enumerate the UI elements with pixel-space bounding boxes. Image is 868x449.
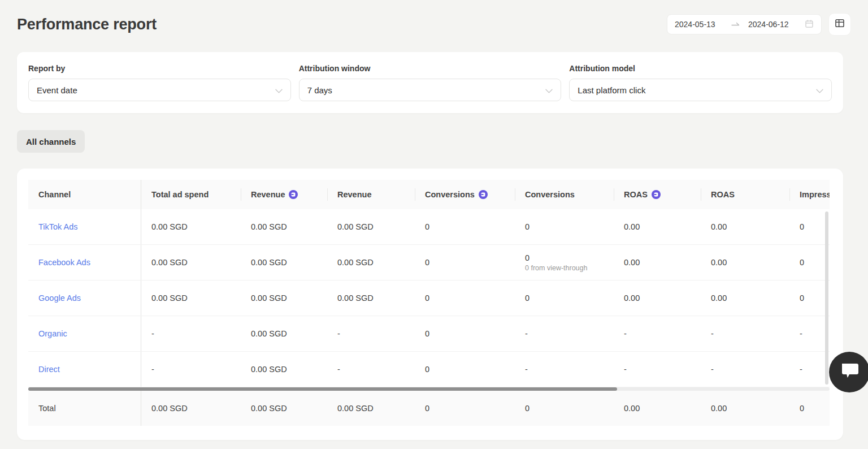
column-header-label: ROAS bbox=[711, 190, 735, 199]
horizontal-scrollbar-thumb[interactable] bbox=[28, 387, 617, 391]
channel-link-facebook-ads[interactable]: Facebook Ads bbox=[38, 258, 90, 267]
table-row-direct: Direct-0.00 SGD-0---- bbox=[28, 352, 830, 387]
attribution-model-badge-icon bbox=[652, 190, 661, 199]
value-cell: - bbox=[141, 365, 241, 374]
value-cell: 0 bbox=[415, 293, 515, 303]
chat-launcher-button[interactable] bbox=[829, 352, 868, 392]
date-end[interactable]: 2024-06-12 bbox=[748, 20, 797, 29]
total-row-clip: Total0.00 SGD0.00 SGD0.00 SGD000.000.000 bbox=[28, 391, 830, 426]
value-cell: 0.00 SGD bbox=[141, 222, 241, 231]
page-title: Performance report bbox=[17, 16, 157, 33]
table-row-google-ads: Google Ads0.00 SGD0.00 SGD0.00 SGD000.00… bbox=[28, 280, 830, 316]
value-cell: 0.00 SGD bbox=[327, 293, 415, 303]
filter-attribution-model: Attribution model Last platform click bbox=[569, 64, 832, 101]
value-cell: 0.00 SGD bbox=[241, 258, 327, 267]
column-header-label: Total ad spend bbox=[151, 190, 209, 199]
tab-all-channels[interactable]: All channels bbox=[17, 130, 85, 153]
total-value-cell: 0.00 SGD bbox=[141, 404, 241, 413]
value-cell: 0.00 SGD bbox=[241, 222, 327, 231]
total-value-cell: 0.00 SGD bbox=[327, 404, 415, 413]
horizontal-scrollbar-track[interactable] bbox=[28, 387, 830, 391]
view-through-note: 0 from view-through bbox=[525, 264, 614, 272]
table-row-facebook-ads: Facebook Ads0.00 SGD0.00 SGD0.00 SGD000 … bbox=[28, 245, 830, 280]
channel-cell: Facebook Ads bbox=[28, 245, 141, 280]
filter-label: Attribution window bbox=[299, 64, 562, 73]
filter-card: Report by Event date Attribution window … bbox=[17, 52, 843, 113]
table-total-row: Total0.00 SGD0.00 SGD0.00 SGD000.000.000 bbox=[28, 391, 830, 426]
value-cell: 0 bbox=[789, 258, 830, 267]
value-cell: 0 bbox=[789, 222, 830, 231]
value-cell: 0.00 SGD bbox=[241, 329, 327, 338]
value-cell: 0.00 bbox=[614, 222, 701, 231]
table-settings-button[interactable] bbox=[828, 13, 851, 36]
filter-label: Report by bbox=[28, 64, 291, 73]
column-header-label: Revenue bbox=[251, 190, 285, 199]
date-start[interactable]: 2024-05-13 bbox=[675, 20, 723, 29]
table-row-tiktok-ads: TikTok Ads0.00 SGD0.00 SGD0.00 SGD000.00… bbox=[28, 209, 830, 245]
value-cell: - bbox=[141, 329, 241, 338]
column-header-revenue-model: Revenue bbox=[241, 180, 327, 209]
chevron-down-icon bbox=[275, 85, 283, 95]
tab-all-channels-label: All channels bbox=[26, 137, 76, 146]
date-range-arrow-icon bbox=[731, 20, 740, 29]
value-cell: 0.00 SGD bbox=[241, 365, 327, 374]
channel-link-organic[interactable]: Organic bbox=[38, 329, 67, 338]
table-body: TikTok Ads0.00 SGD0.00 SGD0.00 SGD000.00… bbox=[28, 209, 830, 387]
column-header-roas: ROAS bbox=[701, 180, 789, 209]
column-header-revenue: Revenue bbox=[327, 180, 415, 209]
channel-link-direct[interactable]: Direct bbox=[38, 365, 60, 374]
filter-attribution-window: Attribution window 7 days bbox=[299, 64, 562, 101]
chevron-down-icon bbox=[816, 85, 823, 95]
value-cell: 0.00 SGD bbox=[327, 222, 415, 231]
value-cell: 0.00 bbox=[614, 258, 701, 267]
filter-report-by: Report by Event date bbox=[28, 64, 291, 101]
attribution-model-select[interactable]: Last platform click bbox=[569, 79, 832, 101]
value-cell: - bbox=[614, 365, 701, 374]
value-cell: 0.00 SGD bbox=[327, 258, 415, 267]
performance-table-card: ChannelTotal ad spendRevenueRevenueConve… bbox=[17, 169, 843, 440]
value-cell: - bbox=[327, 365, 415, 374]
report-by-select[interactable]: Event date bbox=[28, 79, 291, 101]
value-cell: 0 bbox=[789, 293, 830, 303]
channel-cell: Organic bbox=[28, 316, 141, 351]
value-cell: 0 bbox=[415, 222, 515, 231]
channel-link-tiktok-ads[interactable]: TikTok Ads bbox=[38, 222, 78, 231]
column-header-channel: Channel bbox=[28, 180, 141, 209]
date-range-picker[interactable]: 2024-05-13 2024-06-12 bbox=[667, 14, 822, 34]
vertical-scrollbar-thumb[interactable] bbox=[825, 211, 828, 385]
value-cell: - bbox=[515, 365, 614, 374]
column-header-total-ad-spend: Total ad spend bbox=[141, 180, 241, 209]
channel-cell: Google Ads bbox=[28, 280, 141, 316]
cell-value: 0 bbox=[525, 253, 614, 262]
column-header-label: Revenue bbox=[337, 190, 371, 199]
value-cell: 0 bbox=[415, 329, 515, 338]
total-value-cell: 0 bbox=[789, 404, 830, 413]
channel-cell: TikTok Ads bbox=[28, 209, 141, 244]
column-header-roas-model: ROAS bbox=[614, 180, 701, 209]
value-cell: 0.00 bbox=[701, 258, 789, 267]
value-cell: 0 bbox=[515, 222, 614, 231]
channel-link-google-ads[interactable]: Google Ads bbox=[38, 293, 81, 303]
channel-cell: Direct bbox=[28, 352, 141, 387]
total-value-cell: 0 bbox=[415, 404, 515, 413]
value-cell: - bbox=[701, 365, 789, 374]
select-value: Event date bbox=[37, 85, 77, 95]
attribution-model-badge-icon bbox=[479, 190, 488, 199]
value-cell: 00 from view-through bbox=[515, 253, 614, 272]
top-right-controls: 2024-05-13 2024-06-12 bbox=[667, 13, 851, 36]
column-header-label: Impressions bbox=[800, 190, 830, 199]
table-header-row: ChannelTotal ad spendRevenueRevenueConve… bbox=[28, 180, 830, 209]
value-cell: 0 bbox=[415, 258, 515, 267]
column-header-label: Conversions bbox=[525, 190, 575, 199]
value-cell: 0.00 SGD bbox=[141, 293, 241, 303]
column-header-conversions: Conversions bbox=[515, 180, 614, 209]
table-icon bbox=[834, 18, 845, 31]
value-cell: 0 bbox=[415, 365, 515, 374]
total-label-cell: Total bbox=[28, 391, 141, 426]
chat-bubble-icon bbox=[839, 361, 860, 383]
attribution-model-badge-icon bbox=[289, 190, 298, 199]
table-row-organic: Organic-0.00 SGD-0---- bbox=[28, 316, 830, 352]
filter-label: Attribution model bbox=[569, 64, 832, 73]
chevron-down-icon bbox=[545, 85, 553, 95]
attribution-window-select[interactable]: 7 days bbox=[299, 79, 562, 101]
